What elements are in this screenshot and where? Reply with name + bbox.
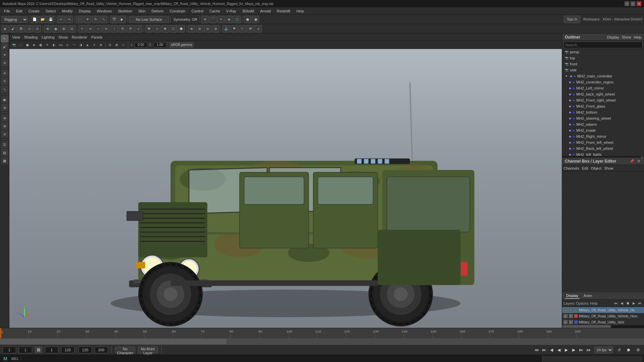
timeline-numbers[interactable]: 1 10 20 30 40 50 60 70 80 90 100 110 120 [0,328,644,338]
viewport-menu-view[interactable]: View [12,35,20,39]
menu-constrain[interactable]: Constrain [167,8,188,14]
vt-xray[interactable]: ◈ [31,42,37,48]
rigging-4[interactable]: ⊚ [212,25,219,33]
transform-7[interactable]: ⟳ [127,25,134,33]
outliner-item-front-glass[interactable]: ◆ ◆ MH2_Front_glass [562,103,644,109]
exposure-input[interactable] [154,42,166,48]
move-tool[interactable]: ✛ [84,16,91,23]
outliner-item-right-mirror[interactable]: ◆ ◆ MH2_Right_mirror [562,133,644,139]
sculpt-tool-btn[interactable]: ✦ [1,51,8,58]
menu-3dtoall[interactable]: 3DtoAll [239,8,257,14]
outliner-item-side[interactable]: 📷 side [562,67,644,73]
options-menu[interactable]: Options [576,301,589,305]
display-layer-btn[interactable]: ☰ [1,141,8,148]
range-end-120[interactable] [78,347,92,353]
undo-button[interactable]: ↩ [57,16,65,23]
render-region[interactable]: ◼ [244,16,251,23]
lasso-select[interactable]: ⌘ [17,25,25,33]
vt-select-highlight[interactable]: ⊠ [114,42,120,48]
menu-help[interactable]: Help [294,8,307,14]
cb-pin-btn[interactable]: 📌 [629,159,635,164]
pb-go-start[interactable]: ⏮ [533,347,540,353]
frame-start-input[interactable] [19,347,32,353]
vt-grid[interactable]: # [91,42,97,48]
outliner-menu-help[interactable]: Help [634,35,641,39]
menu-select[interactable]: Select [43,8,59,14]
move-tool-btn[interactable]: ✛ [1,69,8,77]
menu-arnold[interactable]: Arnold [257,8,273,14]
outliner-search-input[interactable] [564,42,643,48]
paint-select[interactable]: 🖌 [9,25,17,33]
rigging-3[interactable]: ⊙ [204,25,211,33]
vt-depth[interactable]: ▲ [85,42,91,48]
vt-smooth[interactable]: ◼ [24,42,30,48]
range-end-200[interactable] [95,347,108,353]
menu-control[interactable]: Control [189,8,206,14]
transform-5[interactable]: ↕ [111,25,118,33]
transform-4[interactable]: ⊳ [103,25,110,33]
vt-dof[interactable]: ⊙ [64,42,70,48]
rotate-tool[interactable]: ↻ [92,16,99,23]
ipr-render[interactable]: ▣ [252,16,259,23]
soft-select[interactable]: ⊙ [34,25,41,33]
pb-next-key[interactable]: ⏭ [578,347,584,353]
anim-end-input-120[interactable] [61,347,74,353]
render-layer-btn[interactable]: ▤ [1,149,8,156]
outliner-menu-display[interactable]: Display [607,35,619,39]
anim-layer-btn[interactable]: No Anim Layer [138,347,158,353]
ipr-button[interactable]: ▶ [118,16,126,23]
outliner-item-inside[interactable]: ◆ ◆ MH2_inside [562,127,644,133]
open-button[interactable]: 📂 [39,16,46,23]
close-button[interactable]: ✕ [637,1,641,6]
pb-go-end[interactable]: ⏮ [585,347,592,353]
pb-prev-key[interactable]: ⏭ [541,347,547,353]
vt-hud[interactable]: ⊞ [98,42,104,48]
tool-3[interactable]: ❋ [161,25,169,33]
anchor-1[interactable]: ⚓ [222,25,230,33]
vt-aa[interactable]: Aa [58,42,64,48]
viewport-menu-shading[interactable]: Shading [24,35,38,39]
playback-settings[interactable]: ↺ [616,347,623,353]
snap-curve[interactable]: ⌒ [209,16,217,23]
outliner-item-controller-region[interactable]: ◆ ◆ MH2_controller_region [562,79,644,85]
pb-play[interactable]: ▶ [563,347,570,353]
redo-button[interactable]: ↪ [65,16,73,23]
menu-vray[interactable]: V-Ray [223,8,239,14]
mode-dropdown[interactable]: Rigging Animation Modeling [1,16,28,23]
sign-in-button[interactable]: Sign In [564,16,580,23]
viewport-menu-panels[interactable]: Panels [91,35,103,39]
outliner-item-front-right-wheel[interactable]: ◆ ◆ MH2_Front_right_wheel [562,97,644,103]
anchor-3[interactable]: ⚐ [238,25,246,33]
transform-1[interactable]: ↖ [78,25,86,33]
rigging-2[interactable]: ⊘ [196,25,203,33]
layer-playback-2[interactable]: P [569,314,573,318]
scale-tool[interactable]: ⤡ [100,16,107,23]
layers-menu[interactable]: Layers [564,301,575,305]
transform-6[interactable]: ⟲ [119,25,126,33]
current-frame-input[interactable] [3,347,16,353]
menu-edit[interactable]: Edit [13,8,25,14]
tool-5[interactable]: ⬟ [177,25,185,33]
menu-display[interactable]: Display [76,8,94,14]
layer-playback-3[interactable]: P [569,320,573,324]
vt-ssao[interactable]: ◑ [78,42,84,48]
transform-3[interactable]: ↔ [95,25,102,33]
paint-tool-btn[interactable]: 🖌 [1,43,8,50]
ik-spline-btn[interactable]: ⊘ [1,130,8,138]
anchor-5[interactable]: ⚔ [255,25,262,33]
snap-grid[interactable]: ⊞ [201,16,209,23]
cb-menu-show[interactable]: Show [604,166,613,170]
menu-deform[interactable]: Deform [149,8,166,14]
pb-prev-frame[interactable]: ◀ [548,347,555,353]
outliner-item-top[interactable]: 📷 top [562,55,644,61]
color-space-btn[interactable]: sRGB gamma [169,42,194,48]
save-button[interactable]: 💾 [47,16,54,23]
outliner-item-bottom[interactable]: ◆ ◆ MH2_bottom [562,109,644,115]
viewport-menu-show[interactable]: Show [59,35,68,39]
fps-dropdown[interactable]: 24 fps 30 fps 60 fps [594,347,613,353]
cb-menu-object[interactable]: Object [591,166,601,170]
manipulator-4[interactable]: ⊡ [68,25,75,33]
tool-4[interactable]: ⬡ [169,25,177,33]
menu-skin[interactable]: Skin [136,8,148,14]
layer-item-2[interactable]: V P Military_Off_Road_Utility_Vehicle_Hu… [562,313,644,319]
